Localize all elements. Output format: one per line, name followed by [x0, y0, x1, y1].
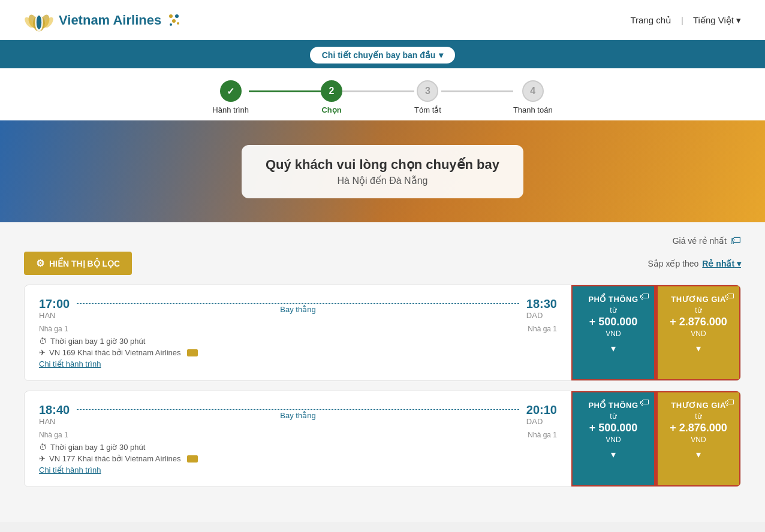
arrive-airport: DAD: [526, 417, 557, 426]
nav-divider: |: [681, 15, 683, 25]
fare-from: từ: [610, 412, 616, 421]
fare-from: từ: [610, 306, 616, 315]
fare-title: THƯƠNG GIA: [671, 295, 726, 304]
flight-route-1: 17:00 HAN Bay thẳng 18:30 DAD: [39, 297, 557, 320]
svg-point-7: [169, 14, 173, 18]
fare-chevron: ▾: [696, 449, 701, 460]
svg-point-8: [175, 14, 179, 18]
clock-icon: ⏱: [39, 443, 47, 452]
fare-option-pho-thong-1[interactable]: 🏷 PHỔ THÔNG từ + 500.000 VND ▾: [571, 285, 655, 380]
step-3: 3 Tóm tắt: [414, 80, 441, 114]
hero-title: Quý khách vui lòng chọn chuyến bay: [266, 157, 499, 173]
fare-price: + 500.000: [589, 316, 638, 328]
fare-tag-pho-thong: 🏷: [640, 397, 649, 408]
step-2-circle: 2: [321, 80, 342, 102]
flight-card-1: 17:00 HAN Bay thẳng 18:30 DAD Nhà ga 1 N…: [24, 285, 741, 381]
fare-option-thuong-gia-1[interactable]: 🏷 THƯƠNG GIA từ + 2.876.000 VND ▾: [656, 285, 740, 380]
filter-sort-row: ⚙ HIỂN THỊ BỘ LỌC Sắp xếp theo Rẻ nhất ▾: [24, 252, 741, 275]
step-2-label: Chọn: [321, 105, 341, 114]
fare-currency: VND: [606, 330, 621, 338]
fare-options-2: 🏷 PHỔ THÔNG từ + 500.000 VND ▾ 🏷 THƯƠNG …: [571, 391, 740, 486]
lang-chevron: ▾: [736, 15, 741, 26]
nav-home[interactable]: Trang chủ: [630, 15, 671, 26]
nav-links: Trang chủ | Tiếng Việt ▾: [630, 15, 741, 26]
depart-terminal: Nhà ga 1: [39, 431, 68, 439]
airline-logo-small: [187, 455, 198, 463]
top-navigation: Vietnam Airlines Trang chủ | Tiếng Việt …: [0, 0, 765, 42]
language-label: Tiếng Việt: [693, 15, 734, 26]
fare-chevron: ▾: [611, 343, 616, 354]
nav-language[interactable]: Tiếng Việt ▾: [693, 15, 741, 26]
sort-label: Sắp xếp theo: [647, 259, 698, 268]
plane-icon: ✈: [39, 348, 46, 357]
flight-card-2: 18:40 HAN Bay thẳng 20:10 DAD Nhà ga 1 N…: [24, 391, 741, 487]
clock-icon: ⏱: [39, 337, 47, 346]
duration-text: Thời gian bay 1 giờ 30 phút: [50, 443, 145, 452]
fare-chevron: ▾: [696, 343, 701, 354]
detail-link-2[interactable]: Chi tiết hành trình: [39, 466, 101, 474]
fare-title: PHỔ THÔNG: [588, 295, 638, 304]
step-3-label: Tóm tắt: [414, 105, 441, 114]
fare-title: PHỔ THÔNG: [588, 401, 638, 410]
step-1-label: Hành trình: [212, 105, 249, 114]
sort-row: Sắp xếp theo Rẻ nhất ▾: [647, 259, 741, 268]
arrive-terminal: Nhà ga 1: [528, 431, 557, 439]
step-2-number: 2: [329, 86, 335, 96]
logo-decoration: [166, 11, 184, 29]
logo-area: Vietnam Airlines: [24, 8, 630, 32]
price-tag-icon: 🏷: [730, 234, 741, 247]
fare-price: + 2.876.000: [670, 422, 727, 434]
filter-btn-label: HIỂN THỊ BỘ LỌC: [49, 259, 120, 268]
svg-point-6: [37, 15, 41, 29]
fare-currency: VND: [691, 436, 706, 444]
airline-logo-small: [187, 349, 198, 356]
main-content: Giá vé rẻ nhất 🏷 ⚙ HIỂN THỊ BỘ LỌC Sắp x…: [0, 222, 765, 522]
arrive-terminal: Nhà ga 1: [528, 325, 557, 333]
plane-icon: ✈: [39, 454, 46, 463]
flight-details: ⏱ Thời gian bay 1 giờ 30 phút ✈ VN 177 K…: [39, 443, 557, 474]
hero-card: Quý khách vui lòng chọn chuyến bay Hà Nộ…: [242, 145, 523, 198]
lowest-price-text: Giá vé rẻ nhất: [673, 236, 727, 246]
flight-detail-label: Chi tiết chuyến bay ban đầu: [322, 50, 436, 60]
fare-option-pho-thong-2[interactable]: 🏷 PHỔ THÔNG từ + 500.000 VND ▾: [571, 391, 655, 486]
logo-text: Vietnam Airlines: [59, 13, 161, 28]
fare-chevron: ▾: [611, 449, 616, 460]
step-4-number: 4: [530, 86, 535, 96]
lowest-price-label: Giá vé rẻ nhất 🏷: [673, 234, 741, 247]
fare-option-thuong-gia-2[interactable]: 🏷 THƯƠNG GIA từ + 2.876.000 VND ▾: [656, 391, 740, 486]
progress-steps: ✓ Hành trình 2 Chọn 3 Tóm tắt 4 Thanh to…: [0, 68, 765, 120]
step-1-number: ✓: [227, 86, 234, 97]
flight-detail-button[interactable]: Chi tiết chuyến bay ban đầu ▾: [310, 47, 456, 64]
step-4: 4 Thanh toán: [513, 80, 553, 114]
terminal-row: Nhà ga 1 Nhà ga 1: [39, 325, 557, 333]
step-1: ✓ Hành trình: [212, 80, 249, 114]
arrive-time: 18:30: [526, 297, 557, 311]
depart-airport: HAN: [39, 311, 70, 320]
filter-icon: ⚙: [36, 258, 44, 269]
logo-icon: [24, 8, 54, 32]
depart-airport: HAN: [39, 417, 70, 426]
step-3-number: 3: [425, 86, 430, 96]
detail-link-1[interactable]: Chi tiết hành trình: [39, 359, 101, 368]
arrive-time: 20:10: [526, 403, 557, 417]
step-line-3-4: [441, 90, 513, 92]
svg-point-11: [177, 22, 179, 25]
arrive-airport: DAD: [526, 311, 557, 320]
flight-detail-bar: Chi tiết chuyến bay ban đầu ▾: [0, 42, 765, 68]
fare-tag-pho-thong: 🏷: [640, 291, 649, 302]
svg-point-10: [170, 23, 172, 26]
step-4-circle: 4: [522, 80, 544, 102]
step-2: 2 Chọn: [321, 80, 342, 114]
fare-currency: VND: [691, 330, 706, 338]
filter-button[interactable]: ⚙ HIỂN THỊ BỘ LỌC: [24, 252, 132, 275]
flight-info-2: 18:40 HAN Bay thẳng 20:10 DAD Nhà ga 1 N…: [25, 391, 571, 486]
fare-from: từ: [695, 306, 701, 315]
fare-price: + 2.876.000: [670, 316, 727, 328]
direct-label: Bay thẳng: [77, 303, 519, 314]
duration-text: Thời gian bay 1 giờ 30 phút: [50, 337, 145, 346]
hero-banner: Quý khách vui lòng chọn chuyến bay Hà Nộ…: [0, 120, 765, 222]
step-3-circle: 3: [417, 80, 438, 102]
depart-time: 17:00: [39, 297, 70, 311]
sort-value[interactable]: Rẻ nhất ▾: [702, 259, 741, 268]
step-line-2-3: [342, 90, 414, 92]
